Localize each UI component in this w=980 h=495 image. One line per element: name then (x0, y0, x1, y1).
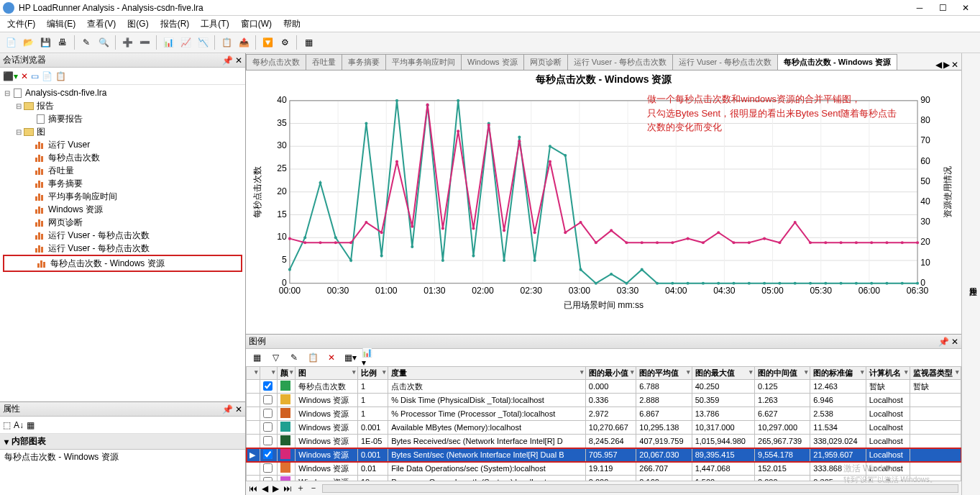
table-row[interactable]: Windows 资源1E-05Bytes Received/sec (Netwo… (247, 435, 961, 448)
remove-icon[interactable]: － (309, 482, 318, 494)
tab[interactable]: 运行 Vuser - 每秒点击次数 (672, 54, 778, 70)
sort-icon[interactable]: A↓ (14, 420, 24, 430)
column-header[interactable]: 计算机名▾ (866, 367, 910, 380)
column-header[interactable]: 比例▾ (357, 367, 388, 380)
tool-icon[interactable]: ✎ (286, 350, 302, 365)
tab[interactable]: 平均事务响应时间 (385, 54, 462, 70)
tool-icon[interactable]: 📊▾ (361, 350, 377, 365)
tab[interactable]: 事务摘要 (342, 54, 386, 70)
tree-item[interactable]: 网页诊断 (3, 216, 242, 229)
tool-icon[interactable]: ▽ (267, 350, 283, 365)
tree-item[interactable]: 每秒点击次数 (3, 151, 242, 164)
menu-item[interactable]: 报告(R) (156, 17, 194, 32)
view-icon[interactable]: ▦ (301, 35, 316, 50)
rename-icon[interactable]: ▭ (31, 71, 39, 81)
tool-icon[interactable]: ✎ (78, 35, 94, 50)
tree-item[interactable]: 运行 Vuser - 每秒点击次数 (3, 229, 242, 242)
table-row[interactable]: Windows 资源10Processor Queue Length (Syst… (247, 476, 961, 481)
table-row[interactable]: Windows 资源1% Processor Time (Processor _… (247, 407, 961, 421)
column-header[interactable]: 图的平均值▾ (636, 367, 692, 380)
row-checkbox[interactable] (263, 409, 273, 418)
next-icon[interactable]: ▶ (273, 483, 279, 494)
maximize-button[interactable]: ☐ (937, 3, 948, 13)
table-row[interactable]: Windows 资源0.001Available MBytes (Memory)… (247, 421, 961, 435)
open-icon[interactable]: 📂 (20, 35, 36, 50)
tab-next-icon[interactable]: ▶ (943, 60, 950, 70)
save-icon[interactable]: 💾 (37, 35, 53, 50)
menu-item[interactable]: 窗口(W) (237, 17, 276, 32)
column-header[interactable]: ▾ (247, 367, 260, 380)
remove-graph-icon[interactable]: ➖ (137, 35, 152, 50)
tab[interactable]: 每秒点击次数 (246, 54, 306, 70)
session-tree[interactable]: ⊟Analysis-csdn-five.lra⊟报告摘要报告⊟图运行 Vuser… (0, 85, 245, 401)
tab[interactable]: 网页诊断 (523, 54, 568, 70)
delete-icon[interactable]: ✕ (21, 71, 28, 81)
add-icon[interactable]: ⬛▾ (3, 71, 18, 81)
sort-icon[interactable]: ⬚ (3, 420, 11, 430)
tree-item[interactable]: 摘要报告 (3, 112, 242, 125)
tab-prev-icon[interactable]: ◀ (935, 60, 942, 70)
column-header[interactable]: 颜▾ (277, 367, 295, 380)
tool-icon[interactable]: ▦ (249, 350, 265, 365)
menu-item[interactable]: 文件(F) (3, 17, 40, 32)
row-checkbox[interactable] (263, 436, 273, 445)
tree-item[interactable]: 每秒点击次数 - Windows 资源 (5, 257, 240, 270)
new-icon[interactable]: 📄 (3, 35, 19, 50)
tab[interactable]: 运行 Vuser - 每秒点击次数 (567, 54, 673, 70)
prev-icon[interactable]: ◀ (262, 483, 268, 494)
tool-icon[interactable]: 🔍 (96, 35, 111, 50)
tree-item[interactable]: 平均事务响应时间 (3, 190, 242, 203)
menu-item[interactable]: 查看(V) (83, 17, 120, 32)
column-header[interactable]: 图的标准偏▾ (810, 367, 866, 380)
table-row[interactable]: 每秒点击次数1点击次数 0.0006.78840.2500.12512.463 … (247, 380, 961, 394)
row-checkbox[interactable] (263, 395, 273, 404)
pin-icon[interactable]: 📌 ✕ (222, 404, 242, 414)
filter-icon[interactable]: 🔽 (260, 35, 275, 50)
close-button[interactable]: ✕ (960, 3, 971, 13)
menu-item[interactable]: 工具(T) (196, 17, 233, 32)
side-tab[interactable]: 用户注释 (966, 276, 980, 287)
legend-grid[interactable]: ▾▾颜▾图▾比例▾度量▾图的最小值▾图的平均值▾图的最大值▾图的中间值▾图的标准… (246, 366, 961, 481)
tab[interactable]: 吞吐量 (306, 54, 342, 70)
column-header[interactable]: 监视器类型▾ (910, 367, 961, 380)
table-row[interactable]: ▶ Windows 资源0.001Bytes Sent/sec (Network… (247, 448, 961, 462)
add-graph-icon[interactable]: ➕ (119, 35, 135, 50)
row-checkbox[interactable] (263, 422, 273, 432)
tool-icon[interactable]: 📋 (305, 350, 321, 365)
pin-icon[interactable]: 📌 ✕ (938, 337, 958, 347)
chart-icon[interactable]: 📈 (178, 35, 193, 50)
tree-item[interactable]: ⊟报告 (3, 99, 242, 112)
chart-icon[interactable]: 📉 (195, 35, 211, 50)
column-header[interactable]: ▾ (260, 367, 277, 380)
print-icon[interactable]: 🖶 (55, 35, 70, 50)
prop-section[interactable]: ▾内部图表 (0, 434, 245, 450)
minimize-button[interactable]: ─ (914, 3, 925, 13)
chart-icon[interactable]: 📊 (160, 35, 176, 50)
column-header[interactable]: 图的中间值▾ (755, 367, 810, 380)
first-icon[interactable]: ⏮ (249, 483, 257, 494)
tree-item[interactable]: ⊟图 (3, 125, 242, 138)
tree-item[interactable]: 运行 Vuser - 每秒点击次数 (3, 242, 242, 255)
config-icon[interactable]: ⚙ (277, 35, 293, 50)
props-icon[interactable]: 📋 (55, 71, 66, 81)
column-header[interactable]: 图的最大值▾ (692, 367, 754, 380)
row-checkbox[interactable] (263, 450, 273, 459)
tree-item[interactable]: 运行 Vuser (3, 138, 242, 151)
tab[interactable]: 每秒点击次数 - Windows 资源 (777, 54, 897, 70)
export-icon[interactable]: 📤 (236, 35, 252, 50)
column-header[interactable]: 度量▾ (388, 367, 586, 380)
column-header[interactable]: 图的最小值▾ (585, 367, 636, 380)
column-header[interactable]: 图▾ (296, 367, 358, 380)
table-row[interactable]: Windows 资源0.01File Data Operations/sec (… (247, 462, 961, 476)
last-icon[interactable]: ⏭ (283, 483, 292, 494)
add-icon[interactable]: ＋ (296, 482, 305, 494)
tab-close-icon[interactable]: ✕ (951, 60, 958, 70)
report-icon[interactable]: 📋 (219, 35, 234, 50)
menu-item[interactable]: 编辑(E) (42, 17, 80, 32)
tool-icon[interactable]: ▦▾ (342, 350, 358, 365)
tree-item[interactable]: ⊟Analysis-csdn-five.lra (3, 86, 242, 99)
menu-item[interactable]: 帮助 (279, 17, 305, 32)
row-checkbox[interactable] (263, 463, 273, 473)
pin-icon[interactable]: 📌 ✕ (222, 55, 242, 65)
copy-icon[interactable]: 📄 (42, 71, 52, 81)
